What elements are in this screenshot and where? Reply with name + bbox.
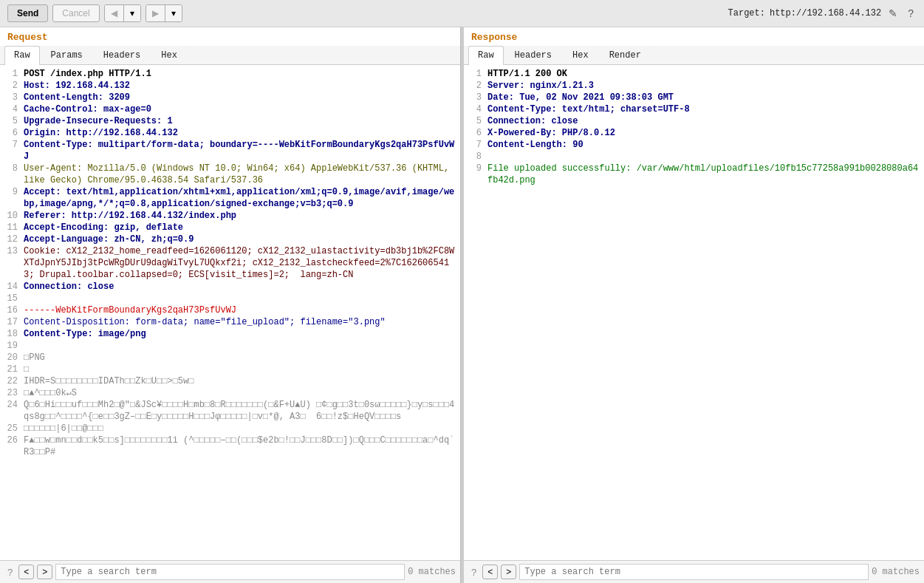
line-number: 13	[3, 245, 24, 281]
request-search-bar: ? < > 0 matches	[0, 560, 460, 583]
next-button[interactable]: ▶	[146, 5, 165, 21]
response-search-help[interactable]: ?	[468, 565, 479, 579]
response-tab-render[interactable]: Render	[600, 46, 651, 64]
line-number: 6	[3, 127, 24, 139]
line-number: 24	[3, 399, 24, 423]
line-number: 5	[467, 115, 487, 127]
line-content: Upgrade-Insecure-Requests: 1	[24, 115, 457, 127]
line-number: 22	[3, 375, 24, 387]
response-tab-bar: RawHeadersHexRender	[464, 46, 924, 65]
prev-button[interactable]: ◀	[105, 5, 124, 21]
request-tab-params[interactable]: Params	[41, 46, 92, 64]
table-row: 20□PNG	[0, 352, 460, 364]
line-number: 20	[3, 352, 24, 364]
response-search-next[interactable]: >	[501, 565, 516, 579]
line-content: □	[24, 364, 457, 375]
line-content: Content-Type: multipart/form-data; bound…	[24, 139, 457, 163]
line-number: 9	[467, 163, 487, 186]
line-number: 10	[3, 210, 24, 222]
table-row: 3Date: Tue, 02 Nov 2021 09:38:03 GMT	[464, 92, 924, 103]
target-label: Target: http://192.168.44.132 ✎ ?	[728, 6, 917, 21]
table-row: 12Accept-Language: zh-CN, zh;q=0.9	[0, 233, 460, 245]
table-row: 7Content-Length: 90	[464, 139, 924, 151]
line-number: 12	[3, 233, 24, 245]
line-number: 17	[3, 316, 24, 328]
line-number: 15	[3, 293, 24, 304]
table-row: 8	[464, 151, 924, 163]
table-row: 4Cache-Control: max-age=0	[0, 103, 460, 115]
target-help-button[interactable]: ?	[905, 6, 917, 21]
line-content: Content-Type: image/png	[24, 328, 457, 340]
line-number: 2	[3, 80, 24, 92]
line-content: Accept: text/html,application/xhtml+xml,…	[24, 186, 457, 210]
line-number: 1	[3, 68, 24, 80]
request-search-prev[interactable]: <	[18, 565, 34, 579]
request-code-area[interactable]: 1POST /index.php HTTP/1.12Host: 192.168.…	[0, 65, 460, 560]
table-row: 4Content-Type: text/html; charset=UTF-8	[464, 103, 924, 115]
line-content	[487, 151, 921, 163]
line-content: Server: nginx/1.21.3	[487, 80, 921, 92]
line-number: 8	[3, 163, 24, 186]
line-number: 21	[3, 364, 24, 375]
line-content: Connection: close	[487, 115, 921, 127]
next-nav-group: ▶ ▾	[146, 4, 182, 22]
table-row: 5Upgrade-Insecure-Requests: 1	[0, 115, 460, 127]
request-tab-raw[interactable]: Raw	[4, 46, 40, 65]
table-row: 26F▲□□w□mn□□d□□k5□□s]□□□□□□□□1i (^□□□□□–…	[0, 434, 460, 458]
table-row: 18Content-Type: image/png	[0, 328, 460, 340]
line-number: 3	[467, 92, 487, 103]
line-number: 4	[3, 103, 24, 115]
line-number: 2	[467, 80, 487, 92]
line-content: File uploaded successfully: /var/www/htm…	[487, 163, 921, 186]
request-search-help[interactable]: ?	[4, 565, 16, 579]
line-number: 14	[3, 281, 24, 293]
line-number: 26	[3, 434, 24, 458]
line-content: HTTP/1.1 200 OK	[487, 68, 921, 80]
request-tab-headers[interactable]: Headers	[94, 46, 150, 64]
line-number: 19	[3, 340, 24, 352]
edit-target-button[interactable]: ✎	[886, 6, 900, 21]
table-row: 11Accept-Encoding: gzip, deflate	[0, 222, 460, 233]
send-button[interactable]: Send	[7, 4, 48, 22]
line-content: IHDR=S□□□□□□□□IDATh□□Zk□U□□>□5w□	[24, 375, 457, 387]
line-content: □PNG	[24, 352, 457, 364]
request-panel: Request RawParamsHeadersHex 1POST /index…	[0, 27, 461, 583]
table-row: 10Referer: http://192.168.44.132/index.p…	[0, 210, 460, 222]
table-row: 6Origin: http://192.168.44.132	[0, 127, 460, 139]
line-number: 11	[3, 222, 24, 233]
table-row: 6X-Powered-By: PHP/8.0.12	[464, 127, 924, 139]
line-content: Content-Disposition: form-data; name="fi…	[24, 316, 457, 328]
table-row: 19	[0, 340, 460, 352]
line-content: Cookie: cX12_2132_home_readfeed=16260611…	[24, 245, 457, 281]
request-tab-hex[interactable]: Hex	[151, 46, 187, 64]
prev-dropdown-button[interactable]: ▾	[124, 5, 140, 21]
cancel-button[interactable]: Cancel	[52, 4, 99, 22]
table-row: 22IHDR=S□□□□□□□□IDATh□□Zk□U□□>□5w□	[0, 375, 460, 387]
response-code-area[interactable]: 1HTTP/1.1 200 OK2Server: nginx/1.21.33Da…	[464, 65, 924, 560]
response-panel: Response RawHeadersHexRender 1HTTP/1.1 2…	[464, 27, 924, 583]
next-dropdown-button[interactable]: ▾	[165, 5, 182, 21]
table-row: 3Content-Length: 3209	[0, 92, 460, 103]
response-tab-raw[interactable]: Raw	[468, 46, 504, 65]
line-content: ------WebKitFormBoundaryKgs2qaH73PsfUvWJ	[24, 304, 457, 316]
table-row: 8User-Agent: Mozilla/5.0 (Windows NT 10.…	[0, 163, 460, 186]
line-number: 16	[3, 304, 24, 316]
line-content: Content-Type: text/html; charset=UTF-8	[487, 103, 921, 115]
line-content	[24, 293, 457, 304]
request-search-input[interactable]	[55, 564, 405, 580]
request-search-next[interactable]: >	[37, 565, 52, 579]
line-content: User-Agent: Mozilla/5.0 (Windows NT 10.0…	[24, 163, 457, 186]
response-tab-hex[interactable]: Hex	[563, 46, 598, 64]
table-row: 7Content-Type: multipart/form-data; boun…	[0, 139, 460, 163]
table-row: 13Cookie: cX12_2132_home_readfeed=162606…	[0, 245, 460, 281]
response-tab-headers[interactable]: Headers	[505, 46, 561, 64]
line-content: POST /index.php HTTP/1.1	[24, 68, 457, 80]
table-row: 1HTTP/1.1 200 OK	[464, 68, 924, 80]
line-content: Cache-Control: max-age=0	[24, 103, 457, 115]
line-content: Accept-Encoding: gzip, deflate	[24, 222, 457, 233]
table-row: 2Server: nginx/1.21.3	[464, 80, 924, 92]
response-search-input[interactable]	[519, 564, 869, 580]
response-search-prev[interactable]: <	[482, 565, 498, 579]
line-number: 4	[467, 103, 487, 115]
line-content: X-Powered-By: PHP/8.0.12	[487, 127, 921, 139]
